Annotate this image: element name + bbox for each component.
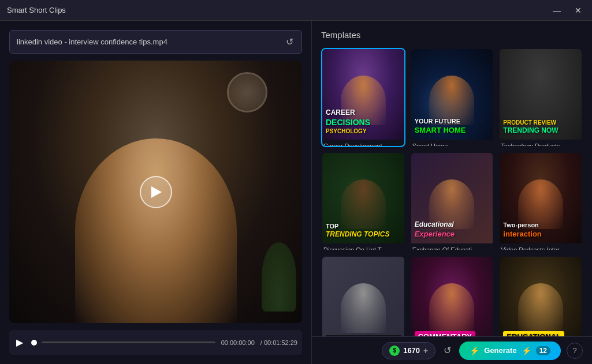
template-item-podcast[interactable]: Two-personinteractionVideo Podcasts Inte… (498, 152, 583, 251)
close-button[interactable]: ✕ (571, 5, 585, 16)
template-text-educational: Educational (415, 220, 490, 230)
refresh-file-button[interactable]: ↺ (285, 35, 295, 48)
template-text-career: DECISIONS (326, 117, 401, 127)
template-text-career: PSYCHOLOGY (326, 127, 401, 135)
template-text-educational: Experience (415, 230, 490, 239)
generate-label: Generate (484, 346, 516, 355)
template-item-smarthome[interactable]: YOUR FUTURESMART HOMESmart Home (410, 48, 494, 147)
template-text-smarthome: YOUR FUTURE (415, 117, 490, 125)
template-overlay-career: CAREERDECISIONSPSYCHOLOGY (322, 105, 404, 140)
template-text-career: CAREER (326, 108, 401, 118)
template-overlay-tech: PRODUCT REVIEWTRENDING NOW (500, 115, 582, 140)
time-total: / 00:01:52:29 (260, 339, 297, 346)
app-body: linkedin video - interview confidence ti… (0, 21, 592, 364)
app-title: Smart Short Clips (7, 6, 66, 14)
file-name: linkedin video - interview confidence ti… (17, 37, 280, 46)
play-icon-small: ▶ (16, 337, 23, 347)
template-text-discussion: TRENDING TOPICS (326, 230, 401, 239)
coin-icon: $ (389, 346, 400, 356)
template-thumbnail-vintage: Vintage Denim Series (322, 257, 404, 347)
template-thumbnail-educational: EducationalExperience (411, 153, 493, 243)
play-button[interactable]: ▶ (14, 336, 25, 349)
minimize-button[interactable]: — (549, 5, 564, 16)
template-label-educational: Exchange Of Educati... (411, 243, 493, 251)
template-thumbnail-career: CAREERDECISIONSPSYCHOLOGY (322, 49, 404, 140)
template-overlay-podcast: Two-personinteraction (500, 217, 582, 243)
template-overlay-smarthome: YOUR FUTURESMART HOME (411, 114, 493, 140)
play-icon (151, 186, 162, 198)
templates-title: Templates (321, 30, 583, 40)
bottom-bar: $ 1670 + ↺ ⚡ Generate ⚡ 12 ? (312, 336, 592, 364)
progress-dot (31, 340, 37, 346)
wall-decoration (227, 72, 267, 112)
template-item-educational[interactable]: EducationalExperienceExchange Of Educati… (410, 152, 494, 251)
template-label-career: Career Development (322, 140, 404, 147)
video-area (9, 61, 302, 323)
generate-button[interactable]: ⚡ Generate ⚡ 12 (459, 342, 561, 360)
template-person-commentary (430, 283, 475, 333)
help-button[interactable]: ? (567, 343, 583, 359)
template-label-tech: Technology Products (500, 140, 582, 147)
template-label-smarthome: Smart Home (411, 140, 493, 147)
progress-bar[interactable] (42, 342, 215, 343)
template-item-discussion[interactable]: TOPTRENDING TOPICSDiscussion On Hot T... (321, 152, 405, 251)
template-overlay-educational: EducationalExperience (411, 217, 493, 243)
template-thumbnail-smarthome: YOUR FUTURESMART HOME (411, 49, 493, 140)
coin-count: 1670 (403, 346, 420, 355)
template-text-tech: TRENDING NOW (503, 126, 578, 136)
template-person-educational2 (518, 283, 563, 333)
add-coins-button[interactable]: + (423, 346, 428, 355)
template-item-tech[interactable]: PRODUCT REVIEWTRENDING NOWTechnology Pro… (498, 48, 583, 147)
person-in-video (75, 138, 237, 323)
template-thumbnail-educational2: EDUCATIONAL (500, 257, 582, 347)
video-controls-bar: ▶ 00:00:00:00 / 00:01:52:29 (9, 330, 302, 355)
time-current: 00:00:00:00 (221, 339, 255, 346)
template-person-vintage (341, 283, 386, 333)
template-text-tech: PRODUCT REVIEW (503, 119, 578, 126)
generate-count: 12 (536, 346, 550, 355)
template-thumbnail-tech: PRODUCT REVIEWTRENDING NOW (500, 49, 582, 140)
template-label-discussion: Discussion On Hot T... (322, 243, 404, 251)
left-panel: linkedin video - interview confidence ti… (0, 21, 312, 364)
generate-lightning: ⚡ (522, 346, 531, 355)
template-overlay-discussion: TOPTRENDING TOPICS (322, 219, 404, 244)
file-input-row: linkedin video - interview confidence ti… (9, 30, 302, 54)
coins-badge[interactable]: $ 1670 + (382, 342, 435, 359)
title-bar: Smart Short Clips — ✕ (0, 0, 592, 21)
progress-container (31, 340, 215, 346)
template-thumbnail-commentary: COMMENTARY (411, 257, 493, 347)
generate-icon: ⚡ (470, 346, 479, 355)
template-label-podcast: Video Podcasts Inter... (500, 243, 582, 251)
plant-decoration (262, 242, 296, 312)
template-thumbnail-podcast: Two-personinteraction (500, 153, 582, 243)
template-text-podcast: Two-person (503, 221, 578, 229)
right-panel: Templates CAREERDECISIONSPSYCHOLOGYCaree… (312, 21, 592, 364)
template-text-smarthome: SMART HOME (415, 126, 490, 136)
window-controls: — ✕ (549, 5, 585, 16)
refresh-templates-button[interactable]: ↺ (441, 343, 453, 358)
video-play-overlay-button[interactable] (140, 176, 172, 208)
templates-grid: CAREERDECISIONSPSYCHOLOGYCareer Developm… (321, 48, 583, 355)
template-thumbnail-discussion: TOPTRENDING TOPICS (322, 153, 404, 243)
template-text-podcast: interaction (503, 230, 578, 239)
template-item-career[interactable]: CAREERDECISIONSPSYCHOLOGYCareer Developm… (321, 48, 405, 147)
template-text-discussion: TOP (326, 222, 401, 230)
